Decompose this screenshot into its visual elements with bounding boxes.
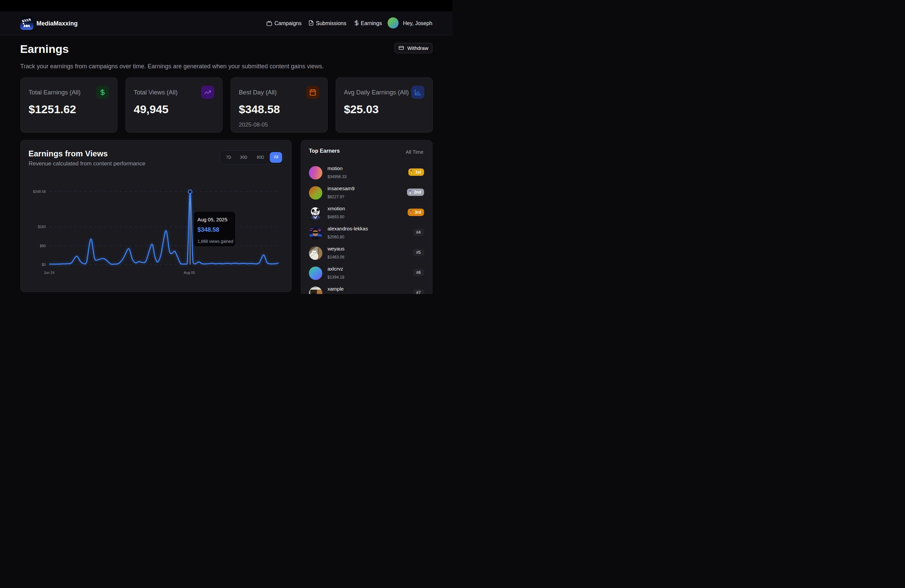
svg-text:e you wasn't ev: e you wasn't ev: [311, 287, 318, 288]
